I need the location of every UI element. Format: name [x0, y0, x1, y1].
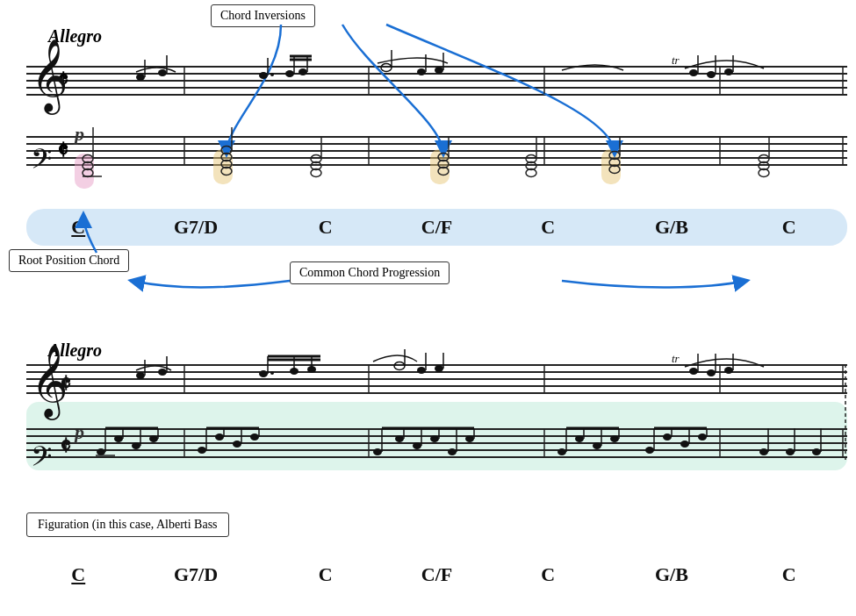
chord-label-C1: C [26, 216, 122, 239]
top-section: Allegro 𝄵 𝄵 p C G7/D C C/F C G/B C Chord… [0, 0, 856, 316]
dynamic-marking-top: p [75, 123, 84, 146]
svg-point-22 [311, 162, 321, 170]
svg-point-98 [417, 367, 426, 374]
svg-point-37 [759, 169, 769, 177]
chord-highlight-2 [430, 149, 450, 184]
common-progression-label: Common Chord Progression [290, 261, 450, 284]
chord-label-GB: G/B [604, 216, 740, 239]
bottom-chord-C2: C [270, 563, 381, 586]
bottom-chord-C4: C [739, 563, 847, 586]
chord-highlight-3 [601, 149, 621, 184]
svg-point-31 [526, 155, 536, 163]
figuration-label: Figuration (in this case, Alberti Bass [26, 512, 229, 537]
time-sig-treble-top: 𝄵 [57, 68, 68, 93]
svg-text:tr: tr [672, 54, 680, 67]
dynamic-marking-bottom: p [75, 421, 84, 444]
chord-label-C2: C [270, 216, 381, 239]
bottom-chord-C3: C [493, 563, 604, 586]
chord-label-C4: C [739, 216, 847, 239]
svg-point-105 [724, 367, 733, 374]
time-sig-bass-top: 𝄵 [57, 139, 68, 163]
allegro-marking-bottom: Allegro [48, 340, 102, 361]
bottom-chord-bar: C G7/D C C/F C G/B C [26, 563, 847, 586]
bottom-chord-GB: G/B [604, 563, 740, 586]
chord-highlight-pink [75, 154, 94, 189]
svg-point-39 [759, 155, 769, 163]
svg-point-23 [311, 155, 321, 163]
svg-point-54 [381, 64, 392, 72]
music-notation-top: 𝄞 𝄢 [0, 0, 856, 206]
allegro-marking-top: Allegro [48, 26, 102, 47]
svg-point-56 [417, 68, 426, 75]
chord-label-G7D: G7/D [122, 216, 270, 239]
svg-point-38 [759, 162, 769, 170]
svg-point-21 [311, 169, 321, 177]
svg-point-96 [394, 362, 405, 370]
svg-text:tr: tr [672, 352, 680, 365]
svg-point-63 [724, 68, 733, 75]
chord-highlight-1 [213, 149, 233, 184]
chord-bar-top: C G7/D C C/F C G/B C [26, 209, 847, 246]
chord-label-CF: C/F [381, 216, 493, 239]
bottom-section: Allegro p Figuration (in this case, Albe… [0, 325, 856, 616]
svg-point-29 [526, 169, 536, 177]
svg-point-49 [299, 68, 307, 75]
bottom-chord-C1: C [26, 563, 122, 586]
bottom-chord-G7D: G7/D [122, 563, 270, 586]
bottom-chord-CF: C/F [381, 563, 493, 586]
chord-inversions-label: Chord Inversions [211, 4, 315, 27]
chord-label-C3: C [493, 216, 604, 239]
root-position-label: Root Position Chord [9, 249, 129, 272]
svg-point-30 [526, 162, 536, 170]
